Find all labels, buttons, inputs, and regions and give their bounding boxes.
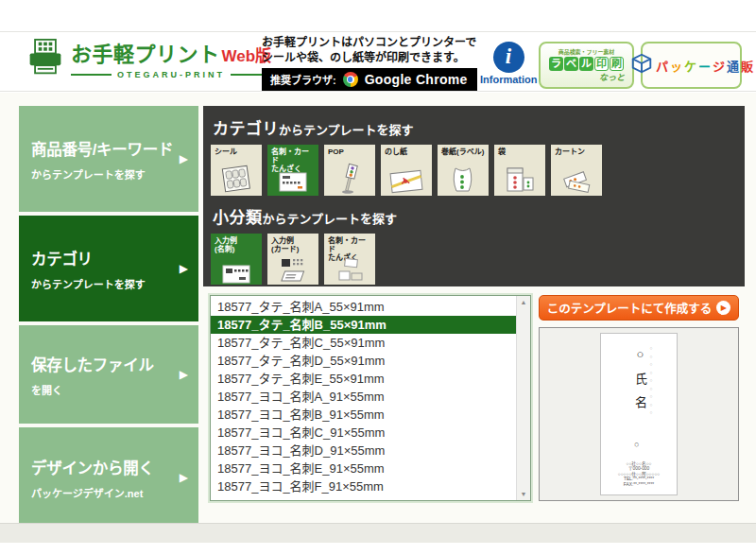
logo-subtitle-row: OTEGARU-PRINT <box>71 70 271 79</box>
preview-fax: FAX:**-****-**** <box>601 482 677 488</box>
sidebar-item-product-number-keyword[interactable]: 商品番号/キーワード からテンプレートを探す ▶ <box>19 106 198 212</box>
arrow-right-icon: ▶ <box>180 262 188 275</box>
logo-title: お手軽プリント <box>71 43 220 66</box>
template-listbox[interactable]: 18577_タテ_名刺A_55×91mm 18577_タテ_名刺B_55×91m… <box>210 295 531 501</box>
create-button-label: このテンプレートにて作成する <box>547 299 713 317</box>
subcategory-button-meishi-card-tanzaku[interactable]: 名刺・カード たんざく <box>324 234 375 285</box>
package-cube-icon <box>629 51 654 79</box>
template-list-item[interactable]: 18577_ヨコ_名刺C_91×55mm <box>211 424 530 442</box>
meishi-example-icon <box>222 265 250 284</box>
label-print-banner-caption: 商品検索・フリー素材 <box>547 47 625 56</box>
subcategory-heading: 小分類からテンプレートを探す <box>203 196 745 234</box>
preview-name-suffix: ○ <box>634 440 639 449</box>
subcategory-button-row: 入力例 (名刺) 入力例 (カード) <box>203 234 745 285</box>
template-list-item[interactable]: 18577_ヨコ_名刺A_91×55mm <box>211 388 530 406</box>
template-list-item-selected[interactable]: 18577_タテ_名刺B_55×91mm <box>211 316 530 334</box>
template-list-item[interactable]: 18577_ヨコ_名刺B_91×55mm <box>211 406 530 424</box>
carton-icon <box>560 166 593 195</box>
header: お手軽プリントWeb版 OTEGARU-PRINT お手軽プリントはパソコンとプ… <box>0 31 756 92</box>
business-card-icon <box>278 170 308 195</box>
template-list-item[interactable]: 18577_タテ_名刺E_55×91mm <box>211 370 530 388</box>
recommended-browser-bar: 推奨ブラウザ: Google Chrome <box>262 68 477 91</box>
preview-phonetic-placeholder: ○○○○○○○○○ <box>648 345 654 418</box>
subcategory-button-input-example-meishi[interactable]: 入力例 (名刺) <box>211 234 262 285</box>
category-button-fukuro[interactable]: 袋 <box>494 145 545 196</box>
template-preview-panel: ○氏名 ○ ○○○○○○○○○ ○○社○○名○○ 〒000-000 ○○○○○住… <box>539 327 739 501</box>
category-panel: カテゴリからテンプレートを探す シール 名刺・カード たんざく <box>203 106 745 286</box>
footer-strip <box>0 523 756 543</box>
bags-icon <box>505 165 535 195</box>
arrow-right-icon: ▶ <box>180 152 188 165</box>
template-list-item[interactable]: 18577_タテ_名刺C_55×91mm <box>211 334 530 352</box>
template-list-item[interactable]: 18577_ヨコ_名刺D_91×55mm <box>211 442 530 460</box>
category-button-pop[interactable]: POP <box>324 145 375 196</box>
chrome-icon <box>343 72 358 87</box>
category-button-carton[interactable]: カートン <box>551 145 602 196</box>
template-list-item[interactable]: 18577_ヨコ_名刺F_91×55mm <box>211 477 530 495</box>
label-print-banner-script: なっと <box>541 71 632 83</box>
category-button-seal[interactable]: シール <box>211 145 262 196</box>
preview-name-vertical: ○氏名 <box>631 347 649 420</box>
service-description-line2: シールや袋、のし紙等が印刷できます。 <box>262 50 476 65</box>
category-button-noshigami[interactable]: のし紙 <box>381 145 432 196</box>
logo-rule-left <box>71 74 112 76</box>
recommended-browser-name: Google Chrome <box>365 72 468 87</box>
label-print-banner[interactable]: 商品検索・フリー素材 ラ ベ ル 印 刷 なっと <box>539 42 634 89</box>
sidebar-item-open-from-design[interactable]: デザインから開く パッケージデザイン.net ▶ <box>19 427 198 528</box>
business-card-preview: ○氏名 ○ ○○○○○○○○○ ○○社○○名○○ 〒000-000 ○○○○○住… <box>600 333 678 495</box>
category-button-makigami-label[interactable]: 巻紙(ラベル) <box>438 145 489 196</box>
gift-paper-icon <box>388 168 424 195</box>
tanzaku-cards-icon <box>335 257 364 284</box>
template-list-item[interactable]: 18577_タテ_名刺A_55×91mm <box>211 298 530 316</box>
card-example-icon <box>278 257 308 284</box>
service-description: お手軽プリントはパソコンとプリンターで シールや袋、のし紙等が印刷できます。 <box>262 35 476 65</box>
logo[interactable]: お手軽プリントWeb版 OTEGARU-PRINT <box>26 37 271 82</box>
information-link[interactable]: i Information <box>480 42 537 85</box>
sidebar-item-category[interactable]: カテゴリ からテンプレートを探す ▶ <box>19 216 198 321</box>
service-description-line1: お手軽プリントはパソコンとプリンターで <box>262 35 476 50</box>
sidebar-item-saved-files[interactable]: 保存したファイル を開く ▶ <box>19 325 198 424</box>
information-label: Information <box>480 74 537 85</box>
scroll-up-icon[interactable]: ▲ <box>517 299 530 305</box>
template-list-item[interactable]: 18577_ヨコ_名刺E_91×55mm <box>211 460 530 477</box>
arrow-right-circle-icon: ▶ <box>716 301 730 315</box>
pop-stand-icon <box>336 163 363 195</box>
subcategory-button-input-example-card[interactable]: 入力例 (カード) <box>267 234 318 285</box>
arrow-right-icon: ▶ <box>180 368 188 381</box>
create-with-template-button[interactable]: このテンプレートにて作成する ▶ <box>539 295 739 321</box>
wrap-label-icon <box>450 165 476 195</box>
listbox-scrollbar[interactable]: ▲ ▼ <box>516 296 530 500</box>
label-print-banner-title: ラ ベ ル 印 刷 <box>541 57 632 71</box>
category-button-row: シール 名刺・カード たんざく <box>203 145 745 196</box>
preview-address-block: ○○社○○名○○ 〒000-000 ○○○○○住○○所○○○○○ TEL:**-… <box>601 461 677 488</box>
template-list-item[interactable]: 18577_タテ_名刺D_55×91mm <box>211 352 530 370</box>
logo-subtitle: OTEGARU-PRINT <box>117 70 225 79</box>
category-heading: カテゴリからテンプレートを探す <box>203 106 745 145</box>
sticker-sheet-icon <box>219 165 253 195</box>
information-icon[interactable]: i <box>493 42 524 73</box>
arrow-right-icon: ▶ <box>180 471 188 484</box>
printer-logo-icon <box>26 37 64 82</box>
recommended-browser-label: 推奨ブラウザ: <box>270 72 336 87</box>
scroll-down-icon[interactable]: ▼ <box>517 491 530 497</box>
package-shop-banner[interactable]: パ ッ ケ ー ジ 通 販 <box>641 42 742 89</box>
category-button-meishi-card-tanzaku[interactable]: 名刺・カード たんざく <box>267 145 318 196</box>
